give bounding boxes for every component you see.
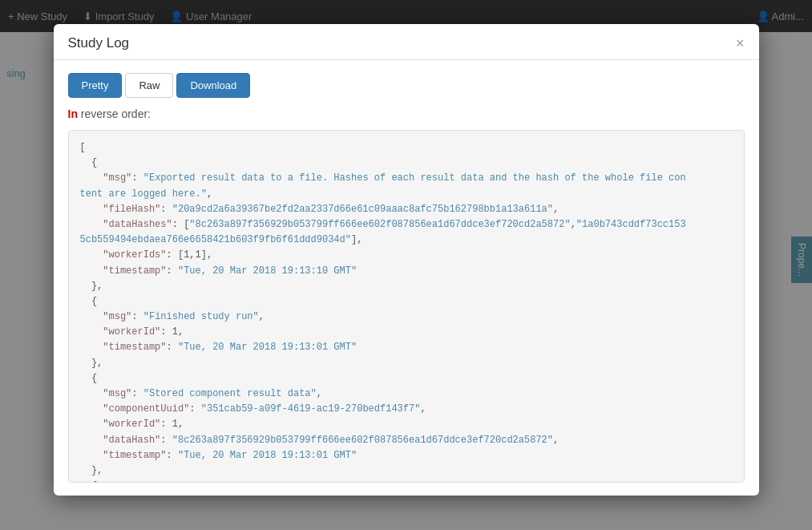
close-button[interactable]: × bbox=[736, 36, 745, 51]
raw-button[interactable]: Raw bbox=[125, 73, 173, 98]
reverse-order-prefix: In bbox=[68, 107, 78, 120]
download-button[interactable]: Download bbox=[176, 73, 250, 98]
log-content-area[interactable]: [ { "msg": "Exported result data to a fi… bbox=[68, 130, 745, 483]
reverse-order-label: In reverse order: bbox=[68, 107, 745, 120]
modal-header: Study Log × bbox=[54, 24, 759, 60]
view-buttons: Pretty Raw Download bbox=[68, 73, 745, 98]
modal-title: Study Log bbox=[68, 35, 130, 51]
modal-body: Pretty Raw Download In reverse order: [ … bbox=[54, 60, 759, 496]
pretty-button[interactable]: Pretty bbox=[68, 73, 123, 98]
study-log-modal: Study Log × Pretty Raw Download In rever… bbox=[54, 24, 759, 496]
modal-overlay: Study Log × Pretty Raw Download In rever… bbox=[0, 0, 812, 530]
reverse-order-suffix: reverse order: bbox=[78, 107, 151, 120]
